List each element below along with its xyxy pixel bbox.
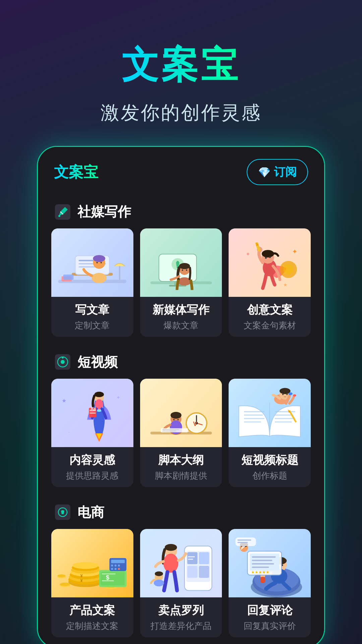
card-image-content-inspiration: Aa ★ ✦ · bbox=[51, 379, 133, 447]
section-icon-video bbox=[54, 353, 71, 371]
card-script-outline[interactable]: V bbox=[140, 379, 222, 487]
svg-rect-82 bbox=[244, 421, 261, 422]
svg-rect-161 bbox=[252, 567, 269, 568]
svg-rect-76 bbox=[162, 431, 176, 431]
section-ecommerce-header: e 电商 bbox=[48, 494, 314, 529]
section-icon-writing bbox=[54, 203, 71, 221]
svg-point-125 bbox=[118, 565, 120, 567]
svg-rect-160 bbox=[252, 563, 274, 565]
svg-point-124 bbox=[115, 565, 117, 567]
svg-point-128 bbox=[118, 568, 120, 570]
svg-point-13 bbox=[101, 262, 102, 263]
card-sublabel-new-media: 爆款文章 bbox=[164, 320, 198, 331]
svg-point-126 bbox=[111, 568, 113, 570]
svg-point-27 bbox=[182, 269, 183, 271]
phone-mockup: 文案宝 💎 订阅 社媒写作 bbox=[37, 146, 325, 644]
svg-rect-59 bbox=[140, 379, 222, 447]
svg-text:★: ★ bbox=[62, 397, 66, 404]
svg-text:★: ★ bbox=[283, 282, 288, 287]
svg-rect-85 bbox=[275, 418, 295, 419]
svg-point-45 bbox=[61, 360, 65, 364]
svg-text:¥: ¥ bbox=[80, 574, 83, 578]
card-image-new-media bbox=[140, 228, 222, 297]
svg-point-143 bbox=[155, 571, 163, 576]
card-product-copy[interactable]: ¥ ¥ $ bbox=[51, 529, 133, 637]
card-new-media[interactable]: 新媒体写作 爆款文章 bbox=[140, 228, 222, 337]
subscribe-label: 订阅 bbox=[274, 164, 297, 180]
svg-text:✦: ✦ bbox=[246, 251, 250, 257]
svg-point-141 bbox=[184, 552, 187, 555]
app-header: 文案宝 💎 订阅 bbox=[38, 147, 324, 193]
svg-rect-136 bbox=[188, 556, 194, 557]
card-label-script-outline: 脚本大纲 bbox=[158, 452, 204, 468]
card-sublabel-write-article: 定制文章 bbox=[75, 320, 110, 331]
svg-point-144 bbox=[154, 580, 164, 586]
svg-rect-83 bbox=[275, 411, 295, 412]
card-short-video-title[interactable]: 短视频标题 创作标题 bbox=[229, 379, 311, 487]
svg-rect-134 bbox=[187, 566, 197, 578]
app-logo: 文案宝 bbox=[54, 162, 98, 182]
card-label-content-inspiration: 内容灵感 bbox=[69, 452, 115, 468]
diamond-icon: 💎 bbox=[258, 166, 270, 178]
card-creative-copy[interactable]: ✦ ✦ ★ 创意文案 文案金句素材 bbox=[229, 228, 311, 337]
svg-point-12 bbox=[97, 262, 98, 263]
svg-rect-158 bbox=[252, 556, 276, 557]
app-title: 文案宝 bbox=[122, 40, 240, 90]
card-label-selling-list: 卖点罗列 bbox=[158, 603, 204, 618]
section-title-ecommerce: 电商 bbox=[77, 503, 104, 522]
card-reply-review[interactable]: ★★★★★ 回复评论 回复真实评价 bbox=[229, 529, 311, 637]
svg-point-33 bbox=[265, 257, 267, 259]
svg-rect-135 bbox=[199, 566, 209, 578]
svg-point-107 bbox=[72, 562, 98, 569]
svg-rect-120 bbox=[102, 580, 114, 581]
svg-rect-79 bbox=[244, 411, 264, 412]
subscribe-button[interactable]: 💎 订阅 bbox=[247, 159, 308, 185]
svg-point-9 bbox=[92, 273, 107, 283]
svg-rect-81 bbox=[244, 418, 264, 419]
svg-rect-137 bbox=[188, 558, 193, 559]
svg-point-11 bbox=[93, 255, 105, 262]
card-image-creative-copy: ✦ ✦ ★ bbox=[229, 228, 311, 297]
svg-rect-159 bbox=[252, 560, 273, 561]
svg-rect-157 bbox=[250, 553, 280, 571]
svg-point-115 bbox=[57, 574, 65, 577]
card-label-short-video-title: 短视频标题 bbox=[241, 452, 298, 468]
svg-text:·: · bbox=[68, 430, 69, 434]
section-short-video-header: 短视频 bbox=[48, 343, 314, 379]
svg-point-111 bbox=[60, 583, 70, 586]
card-image-selling-list bbox=[140, 529, 222, 597]
svg-rect-15 bbox=[63, 275, 74, 280]
section-title-social: 社媒写作 bbox=[77, 203, 131, 221]
svg-point-127 bbox=[115, 568, 117, 570]
svg-rect-122 bbox=[111, 560, 125, 563]
svg-rect-155 bbox=[260, 577, 265, 583]
svg-point-50 bbox=[94, 392, 104, 397]
svg-text:Aa: Aa bbox=[90, 407, 96, 411]
svg-text:e: e bbox=[61, 511, 63, 514]
card-sublabel-script-outline: 脚本剧情提供 bbox=[155, 470, 207, 482]
svg-rect-165 bbox=[236, 537, 256, 546]
svg-rect-133 bbox=[199, 552, 209, 564]
card-image-product-copy: ¥ ¥ $ bbox=[51, 529, 133, 597]
svg-point-46 bbox=[62, 357, 64, 359]
section-title-video: 短视频 bbox=[77, 353, 118, 371]
card-sublabel-product-copy: 定制描述文案 bbox=[66, 620, 118, 632]
svg-point-123 bbox=[111, 565, 113, 567]
section-social-writing-header: 社媒写作 bbox=[48, 193, 314, 228]
svg-rect-80 bbox=[244, 415, 263, 416]
card-selling-list[interactable]: 卖点罗列 打造差异化产品 bbox=[140, 529, 222, 637]
svg-text:V: V bbox=[193, 420, 197, 427]
card-sublabel-short-video-title: 创作标题 bbox=[252, 470, 287, 482]
svg-point-70 bbox=[174, 412, 178, 416]
svg-point-92 bbox=[289, 392, 293, 395]
svg-point-71 bbox=[173, 419, 175, 420]
svg-rect-168 bbox=[238, 542, 248, 543]
svg-point-93 bbox=[293, 394, 296, 396]
svg-rect-167 bbox=[238, 539, 251, 540]
card-label-reply-review: 回复评论 bbox=[247, 603, 293, 618]
card-content-inspiration[interactable]: Aa ★ ✦ · 内容灵感 提供思路灵感 bbox=[51, 379, 133, 487]
svg-rect-119 bbox=[102, 573, 116, 574]
card-write-article[interactable]: 写文章 定制文章 bbox=[51, 228, 133, 337]
ecommerce-grid: ¥ ¥ $ bbox=[48, 529, 314, 637]
card-label-write-article: 写文章 bbox=[75, 302, 109, 318]
